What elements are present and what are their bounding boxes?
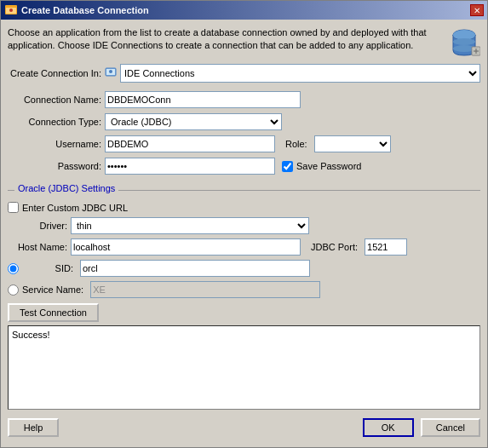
host-input[interactable]	[71, 238, 301, 256]
connection-type-select[interactable]: Oracle (JDBC)	[105, 113, 282, 130]
save-password-label: Save Password	[296, 161, 361, 171]
oracle-settings-group: Oracle (JDBC) Settings	[8, 183, 480, 193]
bottom-buttons: Help OK Cancel	[8, 415, 480, 440]
save-password-checkbox[interactable]	[282, 161, 293, 172]
help-button[interactable]: Help	[8, 418, 59, 437]
username-input[interactable]	[105, 135, 275, 152]
oracle-settings-inner: Enter Custom JDBC URL Driver: thin oci8 …	[8, 198, 480, 298]
jdbc-port-input[interactable]	[365, 238, 407, 256]
svg-point-13	[109, 70, 112, 73]
close-button[interactable]: ✕	[470, 4, 484, 16]
svg-point-5	[453, 38, 475, 45]
create-in-label: Create Connection In:	[8, 68, 101, 78]
cancel-button[interactable]: Cancel	[421, 418, 480, 437]
jdbc-port-label: JDBC Port:	[311, 242, 358, 252]
create-in-row: Create Connection In: IDE Connections	[8, 64, 480, 83]
driver-row: Driver: thin oci8	[8, 217, 480, 234]
result-text: Success!	[12, 330, 50, 340]
description-text: Choose an application from the list to c…	[8, 26, 441, 53]
save-password-section: Save Password	[282, 161, 361, 172]
host-label: Host Name:	[8, 242, 67, 252]
connection-name-input[interactable]	[105, 91, 301, 108]
title-bar: Create Database Connection ✕	[1, 1, 487, 20]
host-row: Host Name: JDBC Port:	[8, 238, 480, 256]
service-name-label: Service Name:	[22, 284, 83, 295]
sid-row: SID:	[8, 260, 480, 277]
password-row: Password: Save Password	[8, 158, 480, 175]
driver-select[interactable]: thin oci8	[71, 217, 309, 234]
dialog-body: Choose an application from the list to c…	[1, 20, 487, 447]
database-icon	[448, 26, 480, 59]
sid-label: SID:	[22, 263, 73, 273]
create-in-select[interactable]: IDE Connections	[120, 64, 480, 83]
result-box: Success!	[8, 325, 480, 410]
password-label: Password:	[8, 161, 101, 171]
main-window: Create Database Connection ✕ Choose an a…	[0, 0, 488, 448]
test-connection-button[interactable]: Test Connection	[8, 303, 99, 322]
service-name-row: Service Name:	[8, 281, 480, 298]
custom-jdbc-label: Enter Custom JDBC URL	[22, 203, 128, 213]
service-name-input[interactable]	[90, 281, 320, 298]
password-input[interactable]	[105, 158, 275, 175]
service-name-radio[interactable]	[8, 284, 19, 296]
custom-jdbc-checkbox[interactable]	[8, 202, 19, 213]
oracle-settings-legend: Oracle (JDBC) Settings	[14, 183, 118, 193]
role-select[interactable]: SYSDBA SYSOPER	[314, 135, 391, 152]
connection-type-label: Connection Type:	[8, 117, 101, 127]
connection-name-row: Connection Name:	[8, 91, 480, 108]
driver-label: Driver:	[8, 221, 67, 231]
window-icon	[4, 3, 18, 17]
test-connection-section: Test Connection Success!	[8, 303, 480, 410]
custom-jdbc-row: Enter Custom JDBC URL	[8, 202, 480, 213]
connection-type-row: Connection Type: Oracle (JDBC)	[8, 113, 480, 130]
role-label: Role:	[285, 139, 307, 149]
top-section: Choose an application from the list to c…	[8, 26, 480, 59]
svg-point-2	[9, 9, 13, 12]
ide-connections-icon	[105, 66, 117, 78]
window-title: Create Database Connection	[21, 5, 467, 15]
username-role-row: Username: Role: SYSDBA SYSOPER	[8, 135, 480, 152]
username-label: Username:	[8, 139, 101, 149]
ok-button[interactable]: OK	[363, 418, 414, 437]
connection-name-label: Connection Name:	[8, 95, 101, 105]
sid-radio[interactable]	[8, 263, 19, 274]
sid-input[interactable]	[80, 260, 310, 277]
